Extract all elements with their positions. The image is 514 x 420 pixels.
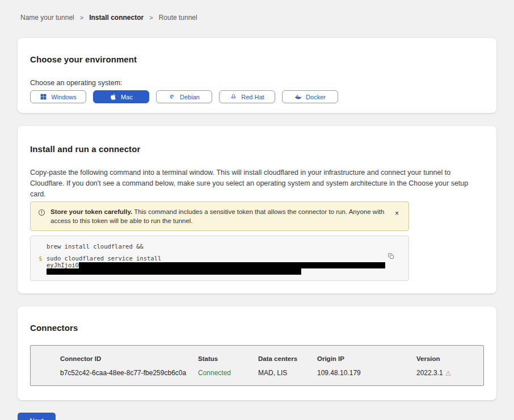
os-button-redhat[interactable]: Red Hat [219, 90, 275, 103]
code-gutter [39, 262, 47, 268]
redacted-token-bar [47, 268, 301, 275]
windows-icon [40, 93, 47, 100]
code-gutter [39, 243, 47, 250]
version-cell: 2022.3.1 ⚠ [416, 369, 483, 377]
next-button[interactable]: Next [18, 413, 56, 420]
debian-icon [168, 93, 176, 100]
operating-system-label: Choose an operating system: [30, 79, 484, 87]
os-button-row: Windows Mac Debian Red Hat Docker [30, 90, 484, 103]
column-header-data-centers: Data centers [258, 355, 317, 362]
connector-id-cell: b7c52c42-6caa-48ee-8c77-fbe259cb6c0a [60, 369, 198, 377]
token-warning-banner: Store your token carefully. This command… [30, 201, 409, 231]
column-header-connector-id: Connector ID [60, 355, 198, 362]
redacted-token-bar [79, 262, 385, 268]
os-button-label: Mac [121, 94, 133, 100]
version-value: 2022.3.1 [416, 369, 443, 377]
shell-prompt: $ [39, 255, 47, 262]
connectors-table: Connector ID Status Data centers Origin … [30, 345, 484, 386]
os-button-debian[interactable]: Debian [156, 90, 212, 103]
column-header-status: Status [198, 355, 258, 362]
os-button-windows[interactable]: Windows [30, 90, 86, 103]
token-warning-text: Store your token carefully. This command… [50, 207, 388, 225]
code-line-token: eyJhIjoiO [39, 262, 386, 268]
breadcrumb-separator: > [80, 14, 83, 21]
choose-environment-card: Choose your environment Choose an operat… [18, 38, 496, 113]
breadcrumb: Name your tunnel > Install connector > R… [0, 0, 514, 22]
code-text: sudo cloudflared service install [47, 255, 161, 262]
docker-icon [294, 93, 302, 100]
install-command-codeblock[interactable]: brew install cloudflared && $ sudo cloud… [30, 236, 409, 281]
connectors-title: Connectors [30, 324, 484, 333]
install-description: Copy-paste the following command into a … [30, 167, 484, 200]
install-connector-card: Install and run a connector Copy-paste t… [18, 126, 496, 293]
column-header-version: Version [416, 355, 483, 362]
redhat-icon [230, 93, 237, 100]
breadcrumb-item-route-tunnel[interactable]: Route tunnel [159, 14, 197, 22]
token-warning-title: Store your token carefully. [50, 208, 132, 215]
token-line: eyJhIjoiO [47, 262, 385, 268]
breadcrumb-item-name-your-tunnel[interactable]: Name your tunnel [20, 14, 74, 22]
os-button-docker[interactable]: Docker [282, 90, 338, 103]
warning-triangle-icon: ⚠ [445, 370, 452, 377]
data-centers-cell: MAD, LIS [258, 369, 317, 377]
code-gutter [39, 268, 47, 275]
code-line-service-install: $ sudo cloudflared service install [39, 255, 386, 262]
table-row: b7c52c42-6caa-48ee-8c77-fbe259cb6c0a Con… [60, 369, 483, 377]
connectors-card: Connectors Connector ID Status Data cent… [18, 306, 496, 400]
column-header-origin-ip: Origin IP [317, 355, 416, 362]
copy-icon[interactable] [386, 251, 396, 261]
alert-circle-icon [38, 209, 45, 216]
origin-ip-cell: 109.48.10.179 [317, 369, 416, 377]
token-prefix: eyJhIjoiO [47, 262, 79, 268]
os-button-label: Windows [51, 94, 77, 100]
os-button-mac[interactable]: Mac [93, 90, 149, 103]
code-line-brew-install: brew install cloudflared && [39, 243, 386, 250]
os-button-label: Red Hat [241, 94, 264, 100]
breadcrumb-item-install-connector[interactable]: Install connector [89, 14, 144, 22]
close-icon[interactable]: × [393, 210, 401, 217]
code-text: brew install cloudflared && [47, 243, 144, 250]
apple-icon [109, 93, 117, 100]
choose-environment-title: Choose your environment [30, 55, 484, 64]
breadcrumb-separator: > [149, 14, 153, 21]
code-line-token-continued [39, 268, 386, 275]
os-button-label: Docker [306, 94, 326, 100]
connectors-table-header: Connector ID Status Data centers Origin … [60, 355, 483, 362]
code-spacer [39, 250, 386, 255]
status-badge: Connected [198, 369, 258, 377]
install-connector-title: Install and run a connector [30, 145, 484, 154]
os-button-label: Debian [180, 94, 200, 100]
